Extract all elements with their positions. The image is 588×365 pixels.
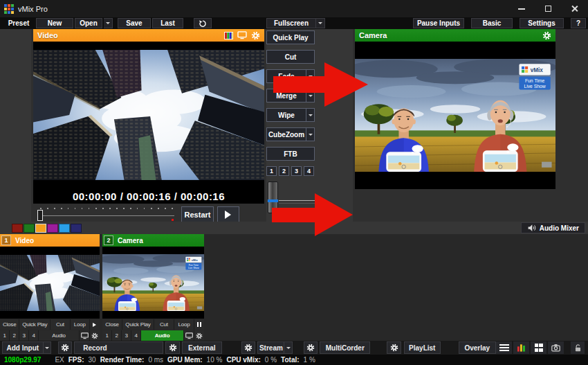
- cubezoom-button[interactable]: CubeZoom: [266, 127, 315, 141]
- merge-button[interactable]: Merge: [266, 89, 315, 103]
- total-value: 1 %: [304, 356, 315, 364]
- gear-icon[interactable]: [542, 31, 551, 40]
- layout-button[interactable]: [531, 341, 546, 354]
- save-button[interactable]: Save: [118, 18, 151, 28]
- multicorder-button[interactable]: MultiCorder: [320, 341, 370, 354]
- maximize-button[interactable]: [544, 5, 552, 13]
- minimize-button[interactable]: [517, 5, 526, 13]
- playlist-button[interactable]: PlayList: [404, 341, 441, 354]
- colorbars-icon[interactable]: [224, 32, 233, 39]
- close-button[interactable]: [570, 5, 578, 13]
- fullscreen-output-button[interactable]: [80, 330, 89, 341]
- monitor-icon[interactable]: [237, 31, 247, 39]
- color-swatch-orange[interactable]: [35, 224, 46, 233]
- seek-thumb[interactable]: [37, 210, 43, 221]
- close-button[interactable]: Close: [0, 319, 19, 330]
- quick-play-button[interactable]: Quick Play: [19, 319, 50, 330]
- audio-button[interactable]: Audio: [39, 330, 79, 341]
- audio-button[interactable]: Audio: [141, 330, 183, 341]
- ftb-button[interactable]: FTB: [266, 147, 315, 161]
- position-4-button[interactable]: 4: [131, 330, 140, 341]
- help-button[interactable]: ?: [571, 18, 586, 28]
- gear-icon: [91, 332, 98, 339]
- color-swatch-red[interactable]: [12, 224, 23, 233]
- tbar-handle[interactable]: [268, 181, 278, 213]
- position-3-button[interactable]: 3: [19, 330, 28, 341]
- preview-video[interactable]: [33, 42, 264, 188]
- pause-inputs-button[interactable]: Pause Inputs: [413, 18, 464, 28]
- position-1-button[interactable]: 1: [102, 330, 111, 341]
- lock-button[interactable]: [571, 341, 585, 354]
- fullscreen-output-button[interactable]: [184, 330, 194, 341]
- input-thumbnail[interactable]: [102, 247, 204, 319]
- input-settings-button[interactable]: [194, 330, 204, 341]
- wipe-dropdown[interactable]: [306, 108, 315, 122]
- input-thumbnail[interactable]: [0, 247, 100, 319]
- stream-dropdown[interactable]: [284, 341, 292, 354]
- position-4-button[interactable]: 4: [29, 330, 38, 341]
- stinger-4-button[interactable]: 4: [304, 166, 314, 176]
- input-settings-button[interactable]: [90, 330, 100, 341]
- loop-button[interactable]: Loop: [174, 319, 194, 330]
- gear-icon[interactable]: [251, 31, 260, 40]
- audio-mixer-button[interactable]: Audio Mixer: [521, 222, 585, 233]
- seek-track: [39, 215, 174, 216]
- quick-play-button[interactable]: Quick Play: [266, 30, 315, 44]
- merge-dropdown[interactable]: [306, 89, 315, 103]
- audio-meters-button[interactable]: [513, 341, 529, 354]
- overlay-button[interactable]: Overlay: [459, 341, 496, 354]
- input-title-bar[interactable]: 1 Video: [0, 234, 100, 247]
- open-button[interactable]: Open: [75, 18, 102, 28]
- play-button[interactable]: [90, 319, 100, 330]
- settings-button[interactable]: Settings: [520, 18, 564, 28]
- loop-button[interactable]: Loop: [71, 319, 89, 330]
- play-button[interactable]: [217, 206, 239, 222]
- fullscreen-dropdown[interactable]: [316, 18, 325, 28]
- add-input-dropdown[interactable]: [44, 341, 51, 354]
- last-button[interactable]: Last: [152, 18, 183, 28]
- stinger-2-button[interactable]: 2: [279, 166, 289, 176]
- snapshot-button[interactable]: [548, 341, 564, 354]
- color-swatch-navy[interactable]: [71, 224, 82, 233]
- position-2-button[interactable]: 2: [112, 330, 121, 341]
- fade-dropdown[interactable]: [306, 69, 315, 83]
- add-input-button[interactable]: Add Input: [2, 341, 44, 354]
- program-video[interactable]: [355, 42, 555, 189]
- input-title-bar[interactable]: 2 Camera: [102, 234, 204, 247]
- wipe-button[interactable]: Wipe: [266, 108, 315, 122]
- color-swatch-blue[interactable]: [59, 224, 70, 233]
- record-button[interactable]: Record: [74, 341, 163, 354]
- close-button[interactable]: Close: [102, 319, 122, 330]
- quick-play-button[interactable]: Quick Play: [122, 319, 154, 330]
- color-swatch-purple[interactable]: [47, 224, 58, 233]
- stream-button[interactable]: Stream: [257, 341, 284, 354]
- position-1-button[interactable]: 1: [0, 330, 9, 341]
- preset-button[interactable]: Preset: [3, 18, 35, 28]
- fade-button[interactable]: Fade: [266, 69, 315, 83]
- multicorder-settings-gear[interactable]: [387, 341, 401, 354]
- pause-button[interactable]: [194, 319, 204, 330]
- new-button[interactable]: New: [36, 18, 73, 28]
- external-settings-gear[interactable]: [241, 341, 256, 354]
- cubezoom-dropdown[interactable]: [306, 127, 315, 141]
- fullscreen-button[interactable]: Fullscreen: [266, 18, 316, 28]
- undo-button[interactable]: [194, 18, 212, 28]
- cut-button[interactable]: Cut: [50, 319, 69, 330]
- input-settings-gear[interactable]: [58, 341, 73, 354]
- stinger-1-button[interactable]: 1: [266, 166, 277, 176]
- external-button[interactable]: External: [182, 341, 222, 354]
- position-2-button[interactable]: 2: [10, 330, 19, 341]
- stinger-3-button[interactable]: 3: [291, 166, 302, 176]
- stream-settings-gear[interactable]: [304, 341, 318, 354]
- record-settings-gear[interactable]: [165, 341, 180, 354]
- basic-button[interactable]: Basic: [471, 18, 513, 28]
- position-3-button[interactable]: 3: [122, 330, 131, 341]
- restart-button[interactable]: Restart: [181, 206, 214, 222]
- transition-tbar[interactable]: [266, 181, 329, 216]
- cut-button[interactable]: Cut: [154, 319, 174, 330]
- menu-button[interactable]: [496, 341, 512, 354]
- seek-slider[interactable]: [35, 206, 178, 223]
- cut-button[interactable]: Cut: [266, 50, 315, 64]
- color-swatch-green[interactable]: [24, 224, 35, 233]
- open-dropdown[interactable]: [104, 18, 113, 28]
